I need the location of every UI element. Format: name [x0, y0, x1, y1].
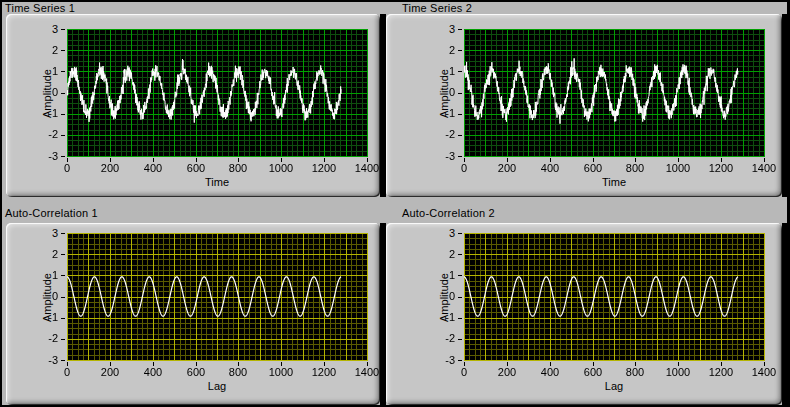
graph-title-auto-correlation-1: Auto-Correlation 1	[5, 207, 98, 219]
y-tick-label: -1	[32, 107, 58, 120]
y-tick-mark	[61, 135, 65, 136]
y-tick-label: -2	[429, 332, 455, 345]
y-tick-label: -2	[429, 128, 455, 141]
x-tick-mark	[367, 362, 368, 366]
x-tick-mark	[635, 362, 636, 366]
y-tick-label: -2	[32, 128, 58, 141]
x-tick-label: 400	[131, 366, 175, 379]
y-tick-mark	[458, 71, 462, 72]
x-tick-label: 400	[528, 162, 572, 175]
y-tick-mark	[458, 254, 462, 255]
x-tick-label: 800	[613, 162, 657, 175]
x-axis-label: Lag	[67, 380, 367, 392]
plot-area[interactable]	[67, 29, 368, 157]
y-tick-mark	[61, 275, 65, 276]
y-tick-label: 3	[429, 23, 455, 36]
x-tick-mark	[238, 158, 239, 162]
y-tick-label: 0	[32, 290, 58, 303]
x-tick-label: 1200	[699, 162, 743, 175]
y-tick-label: 1	[32, 65, 58, 78]
x-tick-label: 800	[613, 366, 657, 379]
y-tick-mark	[61, 318, 65, 319]
y-tick-label: 1	[429, 65, 455, 78]
y-tick-label: 2	[429, 248, 455, 261]
y-tick-mark	[458, 135, 462, 136]
x-tick-mark	[593, 158, 594, 162]
y-tick-label: 2	[429, 44, 455, 57]
x-tick-label: 1200	[699, 366, 743, 379]
x-tick-label: 200	[485, 366, 529, 379]
x-tick-label: 1000	[656, 366, 700, 379]
y-tick-mark	[458, 156, 462, 157]
x-tick-label: 1400	[345, 366, 389, 379]
y-tick-label: -1	[429, 311, 455, 324]
front-panel-window: { "colors": { "page_bg": "#b8b8b8", "pan…	[0, 0, 790, 407]
plot-area[interactable]	[464, 233, 765, 361]
y-tick-mark	[61, 339, 65, 340]
x-tick-label: 0	[45, 366, 89, 379]
x-tick-label: 1000	[259, 162, 303, 175]
x-tick-mark	[110, 158, 111, 162]
x-tick-label: 400	[528, 366, 572, 379]
x-tick-mark	[550, 158, 551, 162]
x-tick-mark	[367, 158, 368, 162]
y-tick-mark	[61, 93, 65, 94]
y-tick-mark	[61, 156, 65, 157]
y-tick-mark	[61, 297, 65, 298]
x-tick-mark	[764, 158, 765, 162]
x-tick-label: 200	[88, 366, 132, 379]
x-tick-label: 600	[571, 162, 615, 175]
x-tick-label: 1400	[345, 162, 389, 175]
x-tick-mark	[196, 158, 197, 162]
y-tick-mark	[458, 233, 462, 234]
x-tick-mark	[593, 362, 594, 366]
x-tick-mark	[764, 362, 765, 366]
y-tick-label: -1	[32, 311, 58, 324]
x-tick-mark	[324, 362, 325, 366]
x-tick-mark	[635, 158, 636, 162]
x-tick-mark	[507, 158, 508, 162]
window-border-top	[0, 0, 790, 2]
y-tick-mark	[61, 50, 65, 51]
y-tick-mark	[458, 297, 462, 298]
x-tick-label: 0	[442, 366, 486, 379]
y-tick-label: 0	[32, 86, 58, 99]
y-tick-mark	[458, 318, 462, 319]
y-tick-label: 3	[429, 227, 455, 240]
x-tick-label: 800	[216, 366, 260, 379]
y-tick-mark	[458, 29, 462, 30]
x-tick-label: 1200	[302, 366, 346, 379]
x-tick-mark	[196, 362, 197, 366]
x-tick-label: 0	[45, 162, 89, 175]
y-tick-mark	[61, 29, 65, 30]
x-tick-mark	[678, 158, 679, 162]
x-tick-label: 600	[571, 366, 615, 379]
x-tick-label: 800	[216, 162, 260, 175]
plot-area[interactable]	[464, 29, 765, 157]
y-tick-label: 2	[32, 44, 58, 57]
y-tick-mark	[458, 339, 462, 340]
x-tick-mark	[678, 362, 679, 366]
graph-panel-time-series-2: Amplitude Time 3210-1-2-3020040060080010…	[386, 14, 782, 197]
y-tick-mark	[458, 360, 462, 361]
x-tick-label: 1200	[302, 162, 346, 175]
y-tick-mark	[458, 93, 462, 94]
plot-area[interactable]	[67, 233, 368, 361]
x-axis-label: Lag	[464, 380, 764, 392]
x-axis-label: Time	[464, 176, 764, 188]
x-tick-label: 600	[174, 366, 218, 379]
x-tick-label: 1000	[656, 162, 700, 175]
x-tick-mark	[721, 362, 722, 366]
x-tick-label: 1000	[259, 366, 303, 379]
y-tick-mark	[61, 233, 65, 234]
x-tick-mark	[550, 362, 551, 366]
y-tick-label: 1	[429, 269, 455, 282]
graph-title-time-series-2: Time Series 2	[402, 2, 472, 14]
x-tick-label: 600	[174, 162, 218, 175]
y-tick-label: -2	[32, 332, 58, 345]
x-tick-mark	[721, 158, 722, 162]
x-tick-label: 0	[442, 162, 486, 175]
y-tick-label: 3	[32, 227, 58, 240]
graph-title-auto-correlation-2: Auto-Correlation 2	[402, 207, 495, 219]
graph-panel-auto-correlation-1: Amplitude Lag 3210-1-2-30200400600800100…	[6, 223, 380, 405]
